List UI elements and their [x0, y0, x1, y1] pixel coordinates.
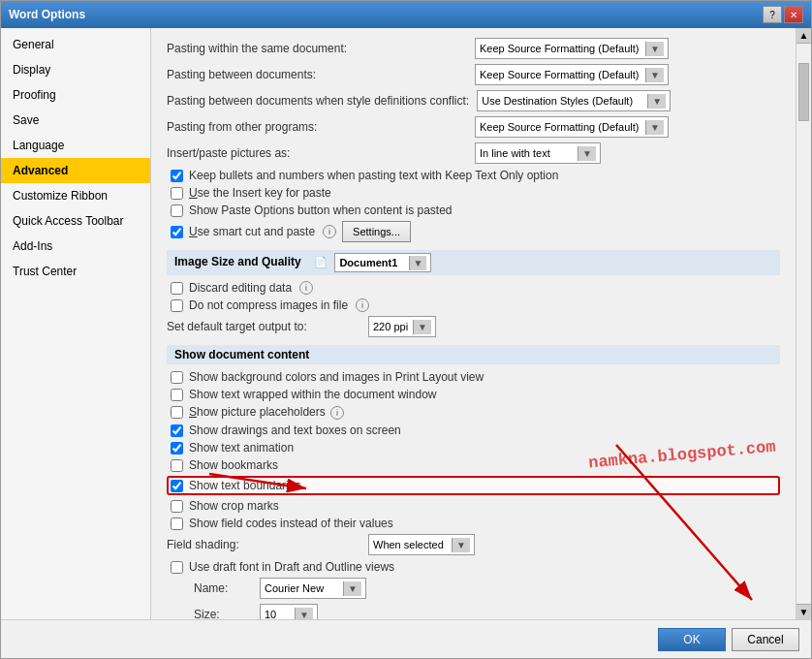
picture-placeholders-checkbox[interactable] — [171, 406, 183, 419]
no-compress-checkbox[interactable] — [171, 299, 183, 312]
insert-pictures-row: Insert/paste pictures as: In line with t… — [167, 142, 780, 164]
crop-marks-checkbox[interactable] — [171, 500, 183, 513]
ppi-arrow: ▼ — [413, 320, 431, 334]
checkbox-smart-cut: Use smart cut and paste i Settings... — [167, 221, 780, 242]
image-quality-section: Image Size and Quality 📄 Document1 ▼ Dis… — [167, 250, 780, 337]
show-content-section: Show document content Show background co… — [167, 345, 780, 619]
draft-font-checkbox[interactable] — [171, 561, 183, 574]
field-shading-row: Field shading: When selected ▼ — [167, 534, 780, 555]
drawings-checkbox[interactable] — [171, 424, 183, 437]
font-size-row: Size: 10 ▼ — [167, 604, 780, 619]
checkbox-text-animation: Show text animation — [167, 441, 780, 455]
text-boundaries-checkbox[interactable] — [171, 480, 183, 492]
checkbox-crop-marks: Show crop marks — [167, 499, 780, 513]
ppi-select[interactable]: 220 ppi ▼ — [368, 316, 436, 337]
picture-info-icon: i — [330, 406, 344, 420]
font-size-select[interactable]: 10 ▼ — [260, 604, 318, 619]
window-title: Word Options — [9, 8, 85, 21]
checkbox-drawings: Show drawings and text boxes on screen — [167, 424, 780, 437]
field-codes-checkbox[interactable] — [171, 518, 183, 530]
cancel-button[interactable]: Cancel — [732, 628, 799, 651]
scrollbar[interactable]: ▲ ▼ — [796, 28, 811, 619]
paste-within-select[interactable]: Keep Source Formatting (Default) ▼ — [475, 38, 669, 59]
font-size-arrow: ▼ — [295, 608, 313, 620]
checkbox-insert-key: Use the Insert key for paste — [167, 186, 780, 200]
text-animation-checkbox[interactable] — [171, 442, 183, 455]
paste-between-arrow: ▼ — [645, 68, 664, 82]
target-output-row: Set default target output to: 220 ppi ▼ — [167, 316, 780, 337]
checkbox-no-compress: Do not compress images in file i — [167, 298, 780, 312]
content-scroll: Pasting within the same document: Keep S… — [151, 28, 796, 619]
paste-within-arrow: ▼ — [645, 42, 664, 56]
bottom-bar: OK Cancel — [1, 619, 811, 658]
insert-pictures-select[interactable]: In line with text ▼ — [475, 142, 601, 164]
image-quality-header: Image Size and Quality 📄 Document1 ▼ — [167, 250, 780, 275]
close-button[interactable]: ✕ — [784, 6, 803, 23]
field-shading-select[interactable]: When selected ▼ — [368, 534, 475, 555]
sidebar-item-display[interactable]: Display — [1, 57, 150, 82]
content-area: Pasting within the same document: Keep S… — [151, 28, 811, 619]
smart-cut-info-icon: i — [323, 225, 336, 238]
paste-conflict-select[interactable]: Use Destination Styles (Default) ▼ — [477, 90, 671, 111]
font-name-row: Name: Courier New ▼ — [167, 578, 780, 599]
checkbox-draft-font: Use draft font in Draft and Outline view… — [167, 560, 780, 574]
scroll-thumb[interactable] — [798, 63, 809, 121]
sidebar-item-quick-access[interactable]: Quick Access Toolbar — [1, 208, 150, 234]
ok-button[interactable]: OK — [658, 628, 726, 651]
sidebar-item-proofing[interactable]: Proofing — [1, 82, 150, 108]
word-options-dialog: Word Options ? ✕ General Display Proofin… — [0, 0, 812, 659]
checkbox-keep-bullets: Keep bullets and numbers when pasting te… — [167, 169, 780, 182]
insert-key-checkbox[interactable] — [171, 187, 183, 200]
title-bar-buttons: ? ✕ — [763, 6, 803, 23]
compress-info-icon: i — [356, 298, 369, 312]
checkbox-discard-editing: Discard editing data i — [167, 281, 780, 295]
title-bar: Word Options ? ✕ — [1, 1, 811, 28]
scroll-up[interactable]: ▲ — [796, 28, 811, 44]
checkbox-field-codes: Show field codes instead of their values — [167, 517, 780, 530]
sidebar-item-customize-ribbon[interactable]: Customize Ribbon — [1, 183, 150, 208]
document-select[interactable]: Document1 ▼ — [334, 253, 431, 272]
sidebar-item-save[interactable]: Save — [1, 108, 150, 133]
bookmarks-checkbox[interactable] — [171, 459, 183, 472]
settings-button[interactable]: Settings... — [342, 221, 411, 242]
checkbox-picture-placeholders: Show picture placeholders i — [167, 405, 780, 420]
help-button[interactable]: ? — [763, 6, 782, 23]
sidebar-item-general[interactable]: General — [1, 32, 150, 57]
dialog-body: General Display Proofing Save Language A… — [1, 28, 811, 619]
paste-other-row: Pasting from other programs: Keep Source… — [167, 116, 780, 138]
paste-between-row: Pasting between documents: Keep Source F… — [167, 64, 780, 85]
paste-conflict-arrow: ▼ — [647, 94, 666, 109]
doc-select-arrow: ▼ — [409, 256, 427, 270]
bg-colors-checkbox[interactable] — [171, 371, 183, 384]
paste-within-row: Pasting within the same document: Keep S… — [167, 38, 780, 59]
paste-other-select[interactable]: Keep Source Formatting (Default) ▼ — [475, 116, 669, 138]
show-content-header: Show document content — [167, 345, 780, 364]
font-name-select[interactable]: Courier New ▼ — [260, 578, 366, 599]
sidebar-item-addins[interactable]: Add-Ins — [1, 234, 150, 259]
paste-between-select[interactable]: Keep Source Formatting (Default) ▼ — [475, 64, 669, 85]
sidebar-item-language[interactable]: Language — [1, 133, 150, 158]
checkbox-text-wrapped: Show text wrapped within the document wi… — [167, 388, 780, 401]
discard-editing-checkbox[interactable] — [171, 282, 183, 295]
smart-cut-checkbox[interactable] — [171, 226, 183, 238]
sidebar-item-trust-center[interactable]: Trust Center — [1, 259, 150, 284]
checkbox-bg-colors: Show background colors and images in Pri… — [167, 370, 780, 384]
discard-info-icon: i — [299, 281, 313, 295]
insert-pictures-arrow: ▼ — [578, 146, 596, 161]
paste-conflict-row: Pasting between documents when style def… — [167, 90, 780, 111]
font-name-arrow: ▼ — [343, 581, 361, 596]
paste-options-checkbox[interactable] — [171, 204, 183, 217]
scroll-down[interactable]: ▼ — [796, 604, 811, 619]
sidebar: General Display Proofing Save Language A… — [1, 28, 151, 619]
paste-other-arrow: ▼ — [645, 120, 664, 135]
checkbox-paste-options: Show Paste Options button when content i… — [167, 204, 780, 217]
paste-section: Pasting within the same document: Keep S… — [167, 38, 780, 242]
sidebar-item-advanced[interactable]: Advanced — [1, 158, 150, 183]
checkbox-text-boundaries: Show text boundaries — [167, 476, 780, 495]
text-wrapped-checkbox[interactable] — [171, 389, 183, 401]
checkbox-bookmarks: Show bookmarks — [167, 458, 780, 472]
keep-bullets-checkbox[interactable] — [171, 170, 183, 182]
field-shading-arrow: ▼ — [452, 538, 470, 552]
